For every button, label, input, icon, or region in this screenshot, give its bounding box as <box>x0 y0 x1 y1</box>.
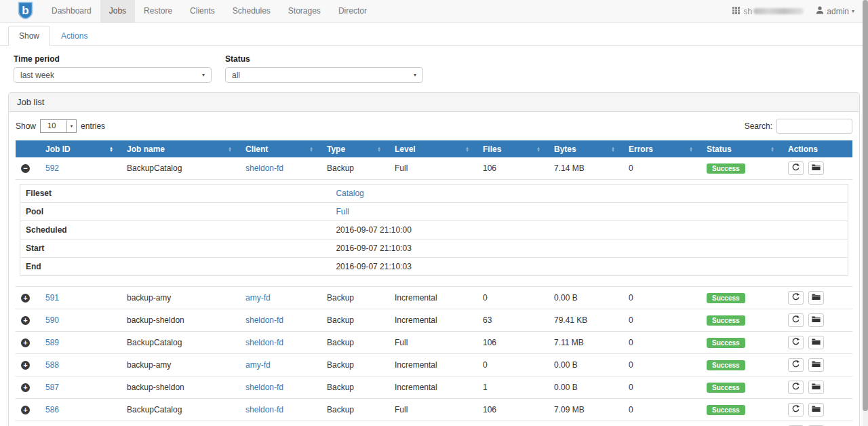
client-link[interactable]: amy-fd <box>245 293 271 303</box>
sort-icon[interactable]: ▲▼ <box>377 147 384 152</box>
minus-circle-icon[interactable]: − <box>21 164 30 173</box>
detail-label: Pool <box>20 203 331 221</box>
type-cell: Backup <box>321 157 389 180</box>
job-list-panel: Job list Show 10 ▾ entries Search: <box>8 92 860 426</box>
sort-icon[interactable]: ▲▼ <box>228 147 235 152</box>
column-header-job-name[interactable]: Job name ▲▼ <box>121 140 240 157</box>
tab-actions[interactable]: Actions <box>50 26 98 46</box>
restart-icon <box>791 382 800 393</box>
plus-circle-icon[interactable]: + <box>21 383 30 392</box>
plus-circle-icon[interactable]: + <box>21 294 30 303</box>
time-period-value: last week <box>20 71 54 80</box>
list-files-button[interactable] <box>808 381 824 394</box>
column-label: Bytes <box>554 144 576 154</box>
list-files-button[interactable] <box>808 358 824 372</box>
tab-show[interactable]: Show <box>8 26 50 46</box>
column-header-bytes[interactable]: Bytes ▲▼ <box>549 140 623 157</box>
search-input[interactable] <box>776 119 852 134</box>
restart-icon <box>791 404 800 415</box>
restart-job-button[interactable] <box>788 381 804 394</box>
restart-job-button[interactable] <box>788 403 804 417</box>
status-cell: Success <box>701 287 783 309</box>
nav-item-schedules[interactable]: Schedules <box>224 0 279 23</box>
user-menu[interactable]: admin ▾ <box>816 6 854 16</box>
restart-job-button[interactable] <box>788 358 804 372</box>
nav-item-dashboard[interactable]: Dashboard <box>43 0 100 23</box>
client-link[interactable]: sheldon-fd <box>245 163 283 173</box>
list-files-button[interactable] <box>808 403 824 417</box>
sort-icon[interactable]: ▲▼ <box>309 147 316 152</box>
detail-value-link[interactable]: Catalog <box>336 189 363 198</box>
list-files-button[interactable] <box>808 291 824 305</box>
entries-select[interactable]: 10 ▾ <box>40 119 77 133</box>
column-label: Client <box>245 144 268 154</box>
list-files-button[interactable] <box>808 161 824 175</box>
job-id-link[interactable]: 590 <box>45 315 59 325</box>
tab-bar: ShowActions <box>0 23 868 46</box>
plus-circle-icon[interactable]: + <box>21 338 30 347</box>
column-header-status[interactable]: Status ▲▼ <box>701 140 783 157</box>
restart-job-button[interactable] <box>788 336 804 349</box>
status-select[interactable]: all ▾ <box>225 67 423 83</box>
job-id-link[interactable]: 586 <box>45 405 59 414</box>
job-id-link[interactable]: 588 <box>45 360 59 370</box>
files-cell: 0 <box>477 287 549 309</box>
list-files-button[interactable] <box>808 336 824 349</box>
client-link[interactable]: sheldon-fd <box>245 383 283 392</box>
type-cell: Backup <box>321 287 389 309</box>
detail-row-pool: Pool Full <box>20 203 848 221</box>
plus-circle-icon[interactable]: + <box>21 316 30 325</box>
client-link[interactable]: amy-fd <box>245 360 271 370</box>
sort-icon[interactable]: ▲▼ <box>465 147 472 152</box>
plus-circle-icon[interactable]: + <box>21 361 30 370</box>
time-period-select[interactable]: last week ▾ <box>14 67 212 83</box>
restart-job-button[interactable] <box>788 291 804 305</box>
plus-circle-icon[interactable]: + <box>21 406 30 414</box>
job-id-link[interactable]: 592 <box>45 163 59 173</box>
client-link[interactable]: sheldon-fd <box>245 315 283 325</box>
column-header-client[interactable]: Client ▲▼ <box>240 140 321 157</box>
job-id-link[interactable]: 589 <box>45 338 59 347</box>
files-cell: 63 <box>477 309 549 332</box>
column-header-job-id[interactable]: Job ID ▲▼ <box>40 140 121 157</box>
files-cell: 106 <box>477 157 549 180</box>
sort-icon[interactable]: ▲▼ <box>611 147 618 152</box>
nav-item-jobs[interactable]: Jobs <box>100 0 135 23</box>
column-header-files[interactable]: Files ▲▼ <box>477 140 549 157</box>
restart-job-button[interactable] <box>788 161 804 175</box>
job-row-585: + 585 backup-amy amy-fd Backup Increment… <box>16 421 852 426</box>
main-nav: DashboardJobsRestoreClientsSchedulesStor… <box>43 0 376 23</box>
nav-item-storages[interactable]: Storages <box>279 0 330 23</box>
job-name-cell: BackupCatalog <box>121 399 240 421</box>
client-link[interactable]: sheldon-fd <box>245 338 283 347</box>
client-link[interactable]: sheldon-fd <box>245 405 283 414</box>
files-cell: 1 <box>477 376 549 399</box>
baculum-logo[interactable]: b <box>18 1 33 22</box>
vertical-scrollbar[interactable] <box>863 0 868 426</box>
status-group: Status all ▾ <box>225 54 423 83</box>
sort-icon[interactable]: ▲▼ <box>536 147 543 152</box>
restart-job-button[interactable] <box>788 313 804 327</box>
detail-value-link[interactable]: Full <box>336 207 349 216</box>
column-header-errors[interactable]: Errors ▲▼ <box>623 140 701 157</box>
column-label: Type <box>327 144 345 154</box>
nav-item-restore[interactable]: Restore <box>135 0 181 23</box>
sort-icon[interactable]: ▲▼ <box>689 147 696 152</box>
scrollbar-thumb[interactable] <box>863 0 868 411</box>
sort-icon[interactable]: ▲▼ <box>770 147 777 152</box>
job-id-link[interactable]: 587 <box>45 383 59 392</box>
job-id-link[interactable]: 591 <box>45 293 59 303</box>
job-detail-expansion: Fileset Catalog Pool Full Scheduled 2016… <box>16 180 852 287</box>
job-id-cell: 587 <box>40 376 121 399</box>
apps-grid-icon[interactable] <box>732 7 740 16</box>
column-header-type[interactable]: Type ▲▼ <box>321 140 389 157</box>
list-files-button[interactable] <box>808 313 824 327</box>
files-cell: 106 <box>477 399 549 421</box>
column-header-level[interactable]: Level ▲▼ <box>389 140 477 157</box>
sort-icon[interactable]: ▲▼ <box>109 147 116 152</box>
nav-item-director[interactable]: Director <box>330 0 376 23</box>
nav-item-clients[interactable]: Clients <box>181 0 224 23</box>
actions-cell <box>783 332 852 354</box>
client-cell: sheldon-fd <box>240 332 321 354</box>
status-cell: Success <box>701 309 783 332</box>
